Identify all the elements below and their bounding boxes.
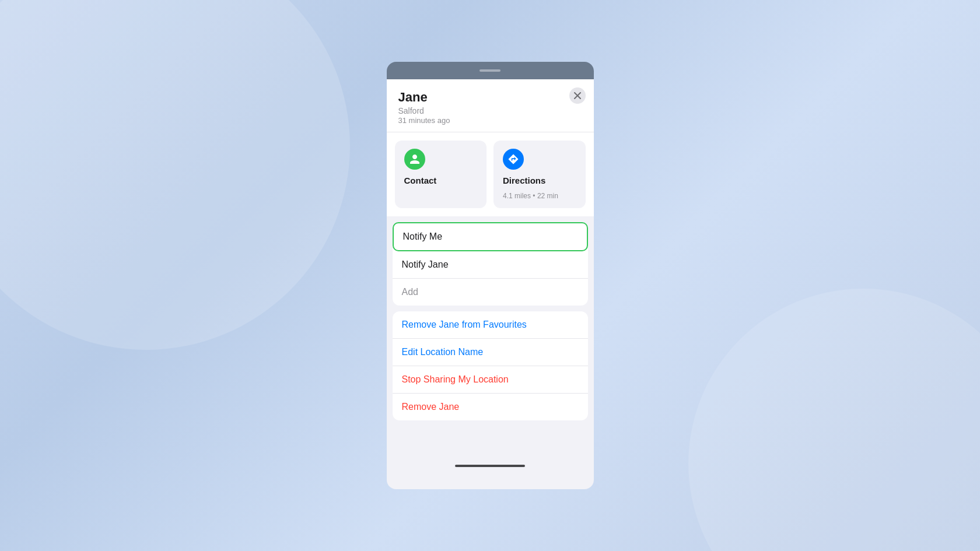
remove-favourites-label: Remove Jane from Favourites	[402, 320, 527, 329]
contact-time: 31 minutes ago	[398, 116, 582, 125]
stop-sharing-item[interactable]: Stop Sharing My Location	[393, 366, 588, 394]
notify-me-item[interactable]: Notify Me	[393, 222, 588, 251]
bottom-sheet: Jane Salford 31 minutes ago Contact	[387, 62, 594, 489]
remove-favourites-item[interactable]: Remove Jane from Favourites	[393, 311, 588, 339]
close-icon	[574, 92, 581, 99]
directions-sublabel: 4.1 miles • 22 min	[503, 192, 576, 200]
add-item[interactable]: Add	[393, 279, 588, 306]
contact-location: Salford	[398, 106, 582, 115]
directions-icon-circle	[503, 149, 524, 170]
drag-indicator	[480, 69, 501, 72]
close-button[interactable]	[569, 87, 586, 104]
home-bar	[455, 465, 525, 467]
action-cards-row: Contact Directions 4.1 miles • 22 min	[387, 132, 594, 216]
sheet-header: Jane Salford 31 minutes ago	[387, 79, 594, 132]
contact-label: Contact	[404, 176, 478, 185]
remove-jane-item[interactable]: Remove Jane	[393, 394, 588, 420]
directions-card[interactable]: Directions 4.1 miles • 22 min	[494, 141, 586, 208]
edit-location-label: Edit Location Name	[402, 347, 484, 357]
actions-list: Remove Jane from Favourites Edit Locatio…	[393, 311, 588, 420]
stop-sharing-label: Stop Sharing My Location	[402, 374, 509, 384]
directions-label: Directions	[503, 176, 576, 185]
directions-icon	[508, 153, 519, 165]
contact-name: Jane	[398, 90, 582, 105]
notify-me-label: Notify Me	[403, 231, 443, 241]
remove-jane-label: Remove Jane	[402, 402, 460, 412]
add-label: Add	[402, 287, 418, 297]
notify-section: Notify Me Notify Jane Add	[393, 222, 588, 306]
home-indicator-area	[387, 455, 594, 472]
top-bar	[387, 62, 594, 79]
contact-icon-circle	[404, 149, 425, 170]
notify-jane-label: Notify Jane	[402, 259, 449, 269]
edit-location-item[interactable]: Edit Location Name	[393, 339, 588, 366]
notify-jane-item[interactable]: Notify Jane	[393, 251, 588, 279]
contact-card[interactable]: Contact	[395, 141, 487, 208]
sheet-content: Jane Salford 31 minutes ago Contact	[387, 79, 594, 489]
person-icon	[409, 153, 421, 165]
